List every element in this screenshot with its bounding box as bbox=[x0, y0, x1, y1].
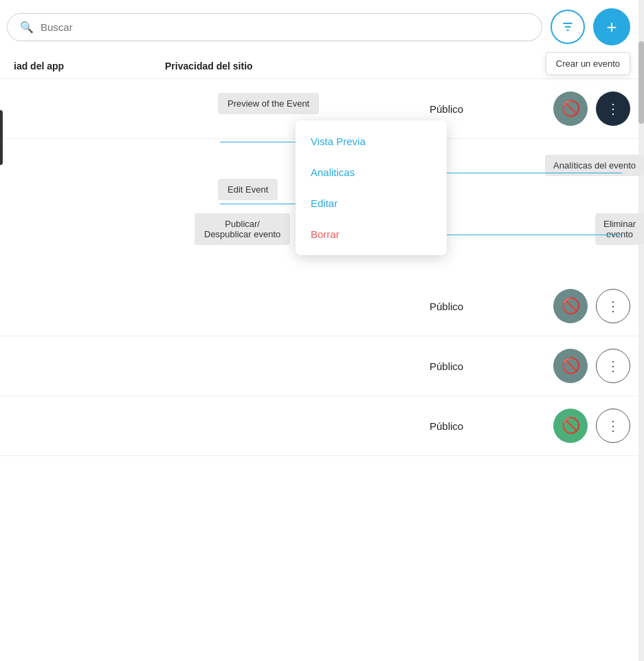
globe-icon-2: 🚫 bbox=[562, 297, 580, 315]
connector-analiticas bbox=[447, 173, 622, 174]
more-options-button-2[interactable]: ⋮ bbox=[596, 289, 630, 323]
dots-icon-3: ⋮ bbox=[606, 358, 620, 374]
row-actions-3: 🚫 ⋮ bbox=[553, 349, 630, 383]
connector-borrar bbox=[447, 235, 622, 236]
connector-edit bbox=[220, 204, 296, 205]
dots-icon-4: ⋮ bbox=[606, 418, 620, 434]
search-icon: 🔍 bbox=[20, 21, 34, 34]
more-options-button-1[interactable]: ⋮ bbox=[596, 91, 630, 126]
menu-item-vista-previa[interactable]: Vista Previa bbox=[296, 126, 447, 157]
more-options-button-3[interactable]: ⋮ bbox=[596, 349, 630, 383]
crear-evento-tooltip: Crear un evento bbox=[546, 52, 630, 75]
search-input[interactable] bbox=[41, 21, 529, 33]
row-actions-4: 🚫 ⋮ bbox=[553, 409, 630, 443]
publish-tooltip: Publicar/ Despublicar evento bbox=[195, 213, 290, 245]
add-event-button[interactable]: + bbox=[593, 8, 630, 45]
table-row: Público 🚫 ⋮ bbox=[0, 336, 644, 396]
menu-item-borrar[interactable]: Borrar bbox=[296, 219, 447, 250]
search-bar: 🔍 bbox=[7, 13, 542, 41]
menu-item-editar[interactable]: Editar bbox=[296, 188, 447, 219]
scrollbar-thumb[interactable] bbox=[639, 41, 644, 124]
row-privacy-4: Público bbox=[430, 420, 553, 432]
table-body: Público 🚫 ⋮ Preview of the Event Edit Ev… bbox=[0, 79, 644, 456]
menu-item-analiticas[interactable]: Analiticas bbox=[296, 157, 447, 188]
edit-event-tooltip: Edit Event bbox=[218, 179, 278, 200]
eliminar-tooltip: Eliminarevento bbox=[595, 213, 644, 245]
left-indicator bbox=[0, 110, 3, 165]
filter-button[interactable] bbox=[551, 10, 585, 44]
dots-icon-2: ⋮ bbox=[606, 298, 620, 314]
globe-icon-4: 🚫 bbox=[562, 417, 580, 435]
scrollbar[interactable] bbox=[639, 0, 644, 661]
row-privacy-2: Público bbox=[430, 301, 553, 312]
header: 🔍 + Crear un evento bbox=[0, 0, 644, 54]
col-header-app: iad del app bbox=[14, 61, 124, 72]
more-options-button-4[interactable]: ⋮ bbox=[596, 409, 630, 443]
globe-button-1[interactable]: 🚫 bbox=[553, 91, 588, 126]
row-privacy-1: Público bbox=[430, 103, 553, 115]
table-row: Público 🚫 ⋮ bbox=[0, 396, 644, 456]
dots-icon-1: ⋮ bbox=[606, 100, 620, 117]
globe-button-4[interactable]: 🚫 bbox=[553, 409, 588, 443]
globe-icon-3: 🚫 bbox=[562, 357, 580, 375]
row-actions-2: 🚫 ⋮ bbox=[553, 289, 630, 323]
globe-button-2[interactable]: 🚫 bbox=[553, 289, 588, 323]
globe-icon-1: 🚫 bbox=[562, 100, 580, 118]
table-row: Público 🚫 ⋮ bbox=[0, 277, 644, 336]
preview-tooltip: Preview of the Event bbox=[218, 93, 319, 114]
col-header-privacy: Privacidad del sitio bbox=[165, 61, 289, 72]
row-actions-1: 🚫 ⋮ bbox=[553, 91, 630, 126]
row-privacy-3: Público bbox=[430, 360, 553, 372]
context-menu: Vista Previa Analiticas Editar Borrar bbox=[296, 120, 447, 255]
globe-button-3[interactable]: 🚫 bbox=[553, 349, 588, 383]
table-row: Público 🚫 ⋮ Preview of the Event Edit Ev… bbox=[0, 79, 644, 139]
connector-preview bbox=[220, 142, 296, 143]
plus-icon: + bbox=[606, 18, 617, 36]
